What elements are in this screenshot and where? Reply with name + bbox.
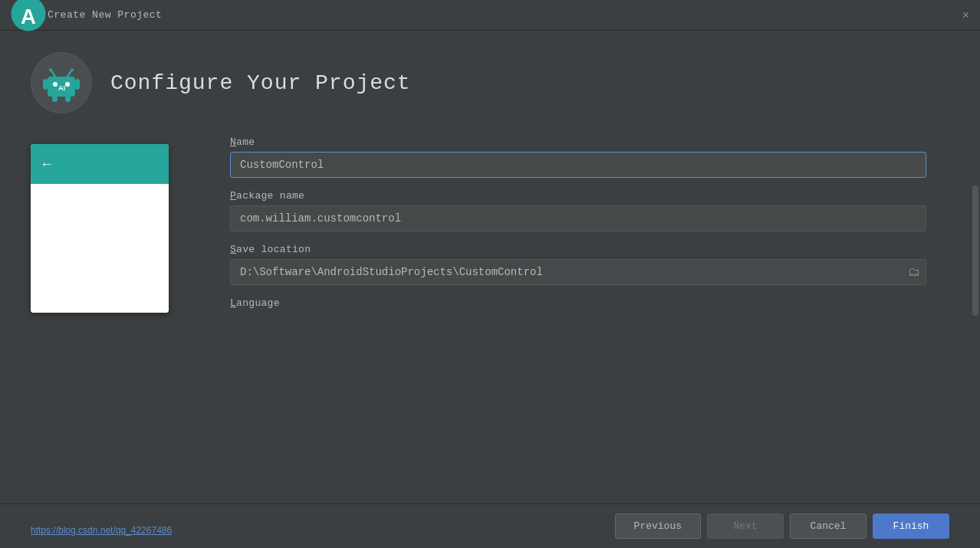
footer-area: https://blog.csdn.net/qq_42267486 Previo… [0,504,980,548]
title-bar-text: Create New Project [48,9,162,21]
language-field-group: Language [230,297,926,309]
svg-line-7 [67,71,71,77]
close-button[interactable]: × [962,9,969,21]
cancel-button[interactable]: Cancel [790,514,867,539]
main-content: AI Configure Your Project ← NNameame [0,31,980,548]
footer-link: https://blog.csdn.net/qq_42267486 [31,525,172,536]
svg-rect-10 [75,79,80,90]
name-field-group: NNameame [230,136,926,178]
back-arrow-icon: ← [40,156,54,172]
svg-text:AI: AI [58,84,65,92]
package-label: Package name [230,190,926,202]
page-title: Configure Your Project [110,71,411,95]
scrollbar-thumb[interactable] [972,185,978,316]
package-field-group: Package name [230,190,926,231]
name-label: NNameame [230,136,926,148]
phone-preview: ← [31,144,169,313]
form-panel: NNameame Package name Save location 🗂 [230,136,949,504]
svg-point-8 [71,68,74,71]
finish-button[interactable]: Finish [873,514,949,539]
language-label: Language [230,297,926,309]
content-area: ← NNameame Package name [0,129,980,504]
phone-preview-header: ← [31,144,169,184]
svg-point-6 [49,68,52,71]
preview-panel: ← [31,136,199,504]
svg-rect-12 [65,96,71,102]
folder-icon[interactable]: 🗂 [908,265,920,279]
previous-button[interactable]: Previous [615,514,701,539]
save-location-input[interactable] [230,259,926,285]
save-location-field-group: Save location 🗂 [230,244,926,285]
title-bar: A Create New Project × [0,0,980,31]
scrollbar-track[interactable] [971,31,980,548]
phone-preview-body [31,184,169,313]
svg-rect-9 [43,79,48,90]
svg-text:A: A [21,4,36,28]
title-bar-icon: A [9,0,48,36]
name-input[interactable] [230,152,926,178]
save-location-wrapper: 🗂 [230,259,926,285]
next-button: Next [707,514,784,539]
logo-circle: AI [31,52,92,113]
svg-rect-11 [52,96,58,102]
svg-point-4 [65,82,70,87]
header-area: AI Configure Your Project [0,31,980,129]
save-location-label: Save location [230,244,926,255]
svg-line-5 [51,71,55,77]
svg-point-3 [53,82,58,87]
package-input[interactable] [230,205,926,231]
